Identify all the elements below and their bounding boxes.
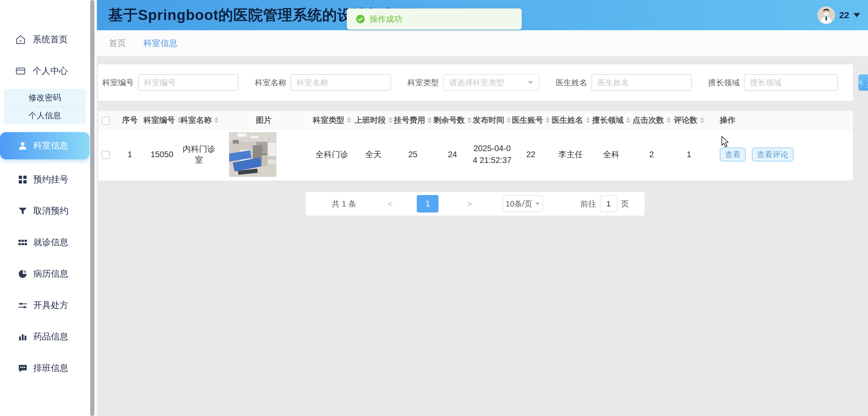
- col-doctor-name[interactable]: 医生姓名: [551, 111, 591, 130]
- sidebar-item-prescription[interactable]: 开具处方: [0, 294, 90, 316]
- page-size-value: 10条/页: [506, 199, 532, 209]
- sidebar-item-change-password[interactable]: 修改密码: [4, 89, 86, 106]
- row-checkbox[interactable]: [102, 151, 110, 159]
- user-menu[interactable]: 22: [817, 0, 860, 30]
- sidebar-item-cancel-appointment[interactable]: 取消预约: [0, 200, 90, 222]
- tab-home[interactable]: 首页: [109, 37, 126, 49]
- filter-label: 医生姓名: [556, 77, 587, 88]
- goto-page-input[interactable]: [600, 195, 617, 212]
- col-work-shift[interactable]: 上班时段: [354, 111, 393, 130]
- sort-caret-icon: [586, 117, 590, 123]
- tab-dept-info[interactable]: 科室信息: [144, 37, 177, 49]
- pie-icon: [18, 269, 28, 279]
- view-comments-button[interactable]: 查看评论: [752, 147, 794, 162]
- col-image: 图片: [218, 111, 310, 130]
- col-dept-type[interactable]: 科室类型: [310, 111, 354, 130]
- page-size-select[interactable]: 10条/页: [502, 195, 543, 212]
- toast-message: 操作成功: [370, 13, 402, 25]
- col-dept-name[interactable]: 科室名称: [180, 111, 218, 130]
- scrollbar-thumb[interactable]: [90, 0, 94, 416]
- search-button-label: 查询: [866, 72, 868, 94]
- dept-photo: [229, 132, 276, 177]
- filter-dept-type: 科室类型 请选择科室类型: [407, 74, 539, 91]
- dept-table: 序号 科室编号 科室名称 图片 科室类型 上班时段 挂号费用 剩余号数 发布时间…: [98, 111, 853, 179]
- sidebar-item-system-home[interactable]: 系统首页: [0, 28, 90, 51]
- dept-type-select[interactable]: 请选择科室类型: [443, 74, 539, 91]
- search-button[interactable]: 查询: [858, 74, 868, 91]
- success-icon: [356, 15, 365, 23]
- cell-publish-time: 2025-04-04 21:52:37: [472, 130, 511, 179]
- sidebar-item-personal-info[interactable]: 个人信息: [4, 107, 86, 124]
- funnel-icon: [18, 206, 28, 216]
- next-page-button[interactable]: >: [467, 199, 472, 209]
- card-icon: [15, 66, 26, 76]
- cells-icon: [18, 237, 28, 248]
- success-toast: 操作成功: [347, 8, 522, 30]
- select-placeholder: 请选择科室类型: [449, 77, 504, 88]
- cell-dept-no: 15050: [144, 130, 180, 179]
- sidebar-item-label: 系统首页: [33, 34, 68, 46]
- sidebar-item-label: 排班信息: [33, 362, 68, 374]
- cell-fee: 25: [393, 130, 433, 179]
- cell-work-shift: 全天: [354, 130, 393, 179]
- sidebar-subitem-label: 个人信息: [28, 110, 61, 121]
- select-all-checkbox[interactable]: [102, 117, 110, 125]
- total-count: 共 1 条: [332, 199, 356, 209]
- dept-no-input[interactable]: [138, 74, 239, 91]
- filter-label: 科室名称: [255, 77, 286, 88]
- filter-label: 擅长领域: [708, 77, 740, 88]
- sidebar-item-label: 开具处方: [33, 299, 68, 311]
- sort-caret-icon: [214, 117, 218, 123]
- sidebar-submenu: 修改密码 个人信息: [4, 89, 86, 124]
- col-actions: 操作: [706, 111, 853, 130]
- sort-caret-icon: [507, 117, 511, 123]
- sort-caret-icon: [546, 117, 550, 123]
- cell-comments: 1: [672, 130, 706, 179]
- goto-label: 前往: [581, 199, 596, 209]
- sidebar-item-medical-record[interactable]: 病历信息: [0, 263, 90, 285]
- sidebar-item-label: 取消预约: [33, 205, 68, 217]
- col-clicks[interactable]: 点击次数: [632, 111, 672, 130]
- sort-caret-icon: [700, 117, 704, 123]
- filter-specialty: 擅长领域: [708, 74, 838, 91]
- sidebar-item-label: 预约挂号: [33, 174, 68, 186]
- user-icon: [18, 141, 28, 151]
- home-icon: [15, 34, 26, 45]
- sidebar-item-visit-info[interactable]: 就诊信息: [0, 231, 90, 254]
- col-doctor-account[interactable]: 医生账号: [511, 111, 551, 130]
- sidebar-item-schedule-info[interactable]: 排班信息: [0, 357, 90, 379]
- cell-index: 1: [116, 130, 144, 179]
- col-dept-no[interactable]: 科室编号: [144, 111, 180, 130]
- sort-caret-icon: [666, 117, 671, 123]
- sidebar-item-appointment[interactable]: 预约挂号: [0, 168, 90, 191]
- goto-suffix: 页: [621, 199, 629, 209]
- col-remaining[interactable]: 剩余号数: [433, 111, 472, 130]
- sidebar-item-dept-info[interactable]: 科室信息: [0, 132, 90, 159]
- cell-remaining: 24: [433, 130, 472, 179]
- prev-page-button[interactable]: <: [388, 199, 393, 209]
- dept-name-input[interactable]: [290, 74, 391, 91]
- sidebar-scrollbar[interactable]: [90, 0, 97, 416]
- col-fee[interactable]: 挂号费用: [393, 111, 433, 130]
- view-button[interactable]: 查看: [720, 147, 746, 162]
- table-row: 1 15050 内科门诊室 全科门诊 全天 25 24: [98, 130, 853, 179]
- doctor-name-input[interactable]: [591, 74, 692, 91]
- specialty-input[interactable]: [744, 74, 838, 91]
- sidebar-item-label: 病历信息: [33, 268, 68, 280]
- col-publish-time[interactable]: 发布时间: [472, 111, 511, 130]
- cell-clicks: 2: [632, 130, 672, 179]
- chevron-down-icon: [535, 203, 539, 205]
- avatar[interactable]: [817, 6, 835, 24]
- cell-dept-name: 内科门诊室: [180, 130, 218, 179]
- chevron-down-icon: [854, 13, 860, 17]
- filter-label: 科室类型: [407, 77, 439, 88]
- bar-chart-icon: [18, 332, 28, 342]
- col-specialty[interactable]: 擅长领域: [591, 111, 632, 130]
- sidebar-item-personal-center[interactable]: 个人中心: [0, 60, 90, 82]
- col-comments[interactable]: 评论数: [672, 111, 706, 130]
- cell-specialty: 全科: [591, 130, 632, 179]
- sidebar-item-label: 个人中心: [33, 65, 68, 77]
- page-number-active[interactable]: 1: [417, 195, 438, 212]
- filter-bar: 科室编号 科室名称 科室类型 请选择科室类型 医生姓名 擅长领域 查询: [98, 64, 853, 101]
- sidebar-item-medicine-info[interactable]: 药品信息: [0, 325, 90, 348]
